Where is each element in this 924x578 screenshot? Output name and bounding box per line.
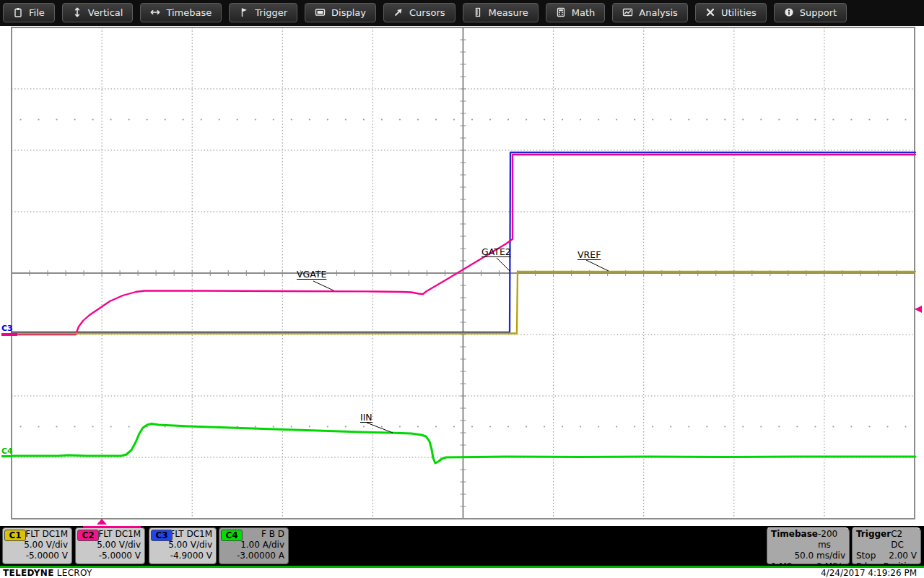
grid-minor-dot [634, 118, 635, 120]
grid-minor-dot [417, 426, 419, 427]
channel-zero-bar [1, 333, 17, 336]
grid-minor-dot [634, 426, 635, 427]
grid-minor-dot [255, 118, 256, 120]
grid-minor-dot [489, 118, 491, 120]
channel-descriptor-c3[interactable]: C3 FLT DC1M 5.00 V/div -4.9000 V [149, 527, 217, 564]
grid-minor-dot [345, 426, 346, 427]
grid-minor-dot [291, 426, 292, 427]
grid-minor-dot [724, 426, 725, 427]
grid-minor-dot [670, 426, 671, 427]
grid-minor-dot [850, 118, 852, 120]
grid-minor-dot [796, 118, 798, 120]
grid-minor-dot [652, 426, 653, 427]
grid-minor-dot [327, 426, 328, 427]
teledyne-lecroy-logo: TELEDYNE LECROY [3, 568, 92, 578]
grid-minor-dot [165, 118, 166, 120]
grid-minor-dot [868, 118, 870, 120]
grid-minor-dot [110, 426, 112, 427]
grid-minor-dot [489, 426, 491, 427]
grid-minor-dot [526, 426, 527, 427]
grid-minor-dot [507, 426, 509, 427]
grid-minor-dot [544, 118, 545, 120]
grid-minor-dot [291, 118, 292, 120]
grid-minor-dot [327, 118, 328, 120]
grid-minor-dot [760, 118, 762, 120]
grid-minor-dot [56, 426, 57, 427]
channel-tab-c2[interactable]: C2 [77, 530, 99, 541]
trigger-time-marker[interactable] [97, 519, 107, 525]
grid-minor-dot [255, 426, 256, 427]
grid-minor-dot [363, 426, 365, 427]
grid-minor-dot [850, 426, 852, 427]
grid-minor-dot [309, 118, 310, 120]
grid-minor-dot [453, 426, 455, 427]
grid-minor-dot [652, 118, 653, 120]
channel-zero-marker-c3[interactable]: C3 [1, 324, 13, 333]
channel-descriptor-c1[interactable]: C1 FLT DC1M 5.00 V/div -5.0000 V [2, 527, 72, 564]
trigger-level-marker[interactable] [915, 306, 922, 313]
grid-minor-dot [796, 426, 798, 427]
trace-label-vgate: VGATE [297, 269, 326, 280]
channel-scale: 5.00 V/div [6, 540, 68, 551]
grid-minor-dot [616, 118, 617, 120]
grid-minor-dot [507, 118, 509, 120]
grid-minor-dot [688, 118, 689, 120]
grid-minor-dot [886, 426, 888, 427]
grid-minor-dot [562, 118, 563, 120]
grid-minor-dot [706, 426, 707, 427]
grid-minor-dot [526, 118, 527, 120]
grid-minor-dot [273, 426, 274, 427]
timebase-descriptor[interactable]: Timebase -200 ms 50.0 ms/div 1 MS 2 MS/s [767, 527, 850, 564]
timebase-scale: 50.0 ms/div [794, 551, 845, 561]
grid-minor-dot [56, 118, 57, 120]
grid-minor-dot [19, 426, 21, 427]
grid-minor-dot [580, 426, 581, 427]
channel-tab-c3[interactable]: C3 [151, 530, 173, 541]
grid-minor-dot [110, 118, 112, 120]
channel-offset: -5.0000 V [79, 551, 141, 561]
grid-minor-dot [219, 118, 220, 120]
channel-tab-c1[interactable]: C1 [4, 530, 26, 541]
grid-minor-dot [471, 426, 473, 427]
grid-minor-dot [598, 426, 599, 427]
grid-minor-dot [128, 426, 130, 427]
grid-minor-dot [706, 118, 707, 120]
grid-minor-dot [616, 426, 617, 427]
grid-minor-dot [580, 118, 581, 120]
grid-minor-dot [905, 426, 906, 427]
grid-minor-dot [19, 118, 21, 120]
grid-minor-dot [598, 118, 599, 120]
grid-minor-dot [237, 118, 238, 120]
trigger-level: 2.00 V [889, 551, 917, 561]
channel-offset: -4.9000 V [153, 551, 212, 561]
grid-minor-dot [147, 118, 148, 120]
grid-minor-dot [309, 426, 310, 427]
grid-minor-dot [38, 426, 39, 427]
grid-minor-dot [868, 426, 870, 427]
channel-scale: 5.00 V/div [79, 540, 141, 551]
grid-minor-dot [435, 118, 437, 120]
channel-offset: -5.0000 V [6, 551, 68, 561]
grid-minor-dot [435, 426, 437, 427]
grid-minor-dot [345, 118, 346, 120]
grid-minor-dot [832, 118, 834, 120]
grid-minor-dot [399, 118, 401, 120]
grid-minor-dot [670, 118, 671, 120]
channel-descriptor-c4[interactable]: C4 F B D 1.00 A/div -3.00000 A [219, 527, 289, 564]
footer-bar: TELEDYNE LECROY 4/24/2017 4:19:26 PM [0, 568, 924, 578]
descriptor-panel: C1 FLT DC1M 5.00 V/div -5.0000 V C2 FLT … [0, 526, 924, 566]
trigger-descriptor[interactable]: Trigger C2 DC Stop 2.00 V Edge Positive [852, 527, 921, 564]
channel-descriptor-c2[interactable]: C2 FLT DC1M 5.00 V/div -5.0000 V [75, 527, 145, 564]
channel-zero-bar [1, 455, 12, 457]
channel-c2-indicator [83, 526, 141, 528]
grid-minor-dot [778, 426, 780, 427]
channel-zero-marker-c4[interactable]: C4 [1, 447, 13, 456]
grid-minor-dot [905, 118, 906, 120]
grid-minor-dot [74, 426, 75, 427]
channel-tab-c4[interactable]: C4 [221, 530, 243, 541]
trace-label-gate2: GATE2 [481, 246, 511, 257]
trace-label-iin: IIN [360, 412, 372, 423]
grid-minor-dot [201, 118, 202, 120]
grid-minor-dot [38, 118, 39, 120]
trigger-mode: Stop [856, 551, 876, 561]
